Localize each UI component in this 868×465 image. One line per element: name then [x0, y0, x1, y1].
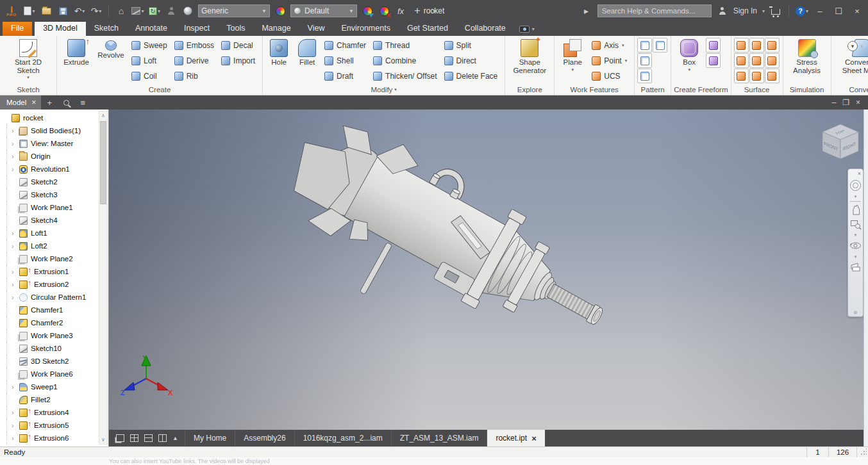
fillet-button[interactable]: Fillet [294, 38, 321, 67]
emboss-button[interactable]: Emboss [172, 38, 219, 53]
navbar-menu-icon[interactable]: ⊜ [854, 310, 858, 314]
scroll-down-icon[interactable]: ∨ [99, 436, 107, 444]
tile-horizontal-icon[interactable] [144, 434, 153, 442]
decal-button[interactable]: Decal [219, 38, 260, 53]
tree-item-rocket[interactable]: rocket [0, 111, 108, 124]
collapse-tabs-icon[interactable]: ▲ [172, 435, 178, 441]
expander-icon[interactable]: › [12, 422, 19, 429]
open-button[interactable] [40, 4, 53, 17]
box-button[interactable]: Box▾ [674, 38, 705, 72]
tree-item-work-plane1[interactable]: Work Plane1 [0, 201, 108, 214]
expander-icon[interactable]: › [12, 140, 19, 147]
home-button[interactable]: ⌂ [115, 4, 128, 17]
tree-item-extrusion6[interactable]: ›Extrusion6 [0, 432, 108, 445]
import-button[interactable]: Import [219, 53, 260, 69]
tree-item-work-plane3[interactable]: Work Plane3 [0, 329, 108, 342]
ucs-button[interactable]: UCS [589, 69, 631, 84]
doc-close-button[interactable]: × [856, 98, 860, 107]
tree-item-sketch10[interactable]: Sketch10 [0, 342, 108, 355]
viewport-3d[interactable]: TOP FRONT RIGHT × ▾ [109, 110, 868, 430]
expander-icon[interactable]: › [12, 294, 19, 301]
undo-button[interactable]: ↶▾ [73, 4, 86, 17]
tab-get-started[interactable]: Get Started [399, 22, 456, 36]
expander-icon[interactable]: › [12, 435, 19, 442]
tree-item-sketch2[interactable]: Sketch2 [0, 175, 108, 188]
scroll-thumb[interactable] [100, 121, 106, 204]
tree-item-fillet2[interactable]: Fillet2 [0, 393, 108, 406]
tree-item-loft2[interactable]: ›Loft2 [0, 240, 108, 252]
expander-icon[interactable]: › [12, 268, 19, 275]
chevron-down-icon[interactable]: ▾ [855, 254, 857, 259]
tree-item-solid-bodies-1[interactable]: ›Solid Bodies(1) [0, 124, 108, 137]
new-file-button[interactable]: ▾ [23, 4, 36, 17]
sign-in-caret-icon[interactable]: ▾ [762, 8, 765, 14]
tab-3d-model[interactable]: 3D Model [35, 22, 86, 36]
tree-item-loft1[interactable]: ›Loft1 [0, 227, 108, 240]
expander-icon[interactable]: › [12, 153, 19, 160]
expander-icon[interactable]: › [12, 384, 19, 391]
loft-button[interactable]: Loft [129, 53, 172, 69]
coil-button[interactable]: Coil [129, 69, 172, 84]
axis-button[interactable]: Axis▾ [589, 38, 631, 53]
look-at-icon[interactable] [849, 261, 862, 273]
revolve-button[interactable]: Revolve [94, 38, 128, 60]
expander-icon[interactable]: › [12, 281, 19, 288]
help-button[interactable]: ?▾ [796, 4, 808, 17]
tree-item-circular-pattern1[interactable]: ›Circular Pattern1 [0, 291, 108, 304]
tab-file[interactable]: File [3, 22, 32, 36]
direct-button[interactable]: Direct [442, 53, 503, 69]
parameters-button[interactable]: fx [394, 4, 407, 17]
rectangular-pattern-button[interactable] [637, 38, 652, 53]
pan-hand-icon[interactable] [849, 204, 862, 216]
panel-label-work-features[interactable]: Work Features [557, 84, 631, 95]
add-panel-button[interactable]: + [41, 95, 58, 110]
point-button[interactable]: Point▾ [589, 53, 631, 69]
browser-search-button[interactable] [58, 95, 74, 110]
navbar-close-icon[interactable]: × [858, 171, 861, 177]
tree-item-work-plane2[interactable]: Work Plane2 [0, 252, 108, 265]
scroll-up-icon[interactable]: ∧ [99, 111, 107, 120]
orbit-icon[interactable] [849, 240, 862, 252]
tree-item-chamfer2[interactable]: Chamfer2 [0, 316, 108, 329]
surface-trim-button[interactable] [734, 53, 749, 68]
surface-stitch-button[interactable] [734, 38, 749, 53]
surface-sculpt-button[interactable] [734, 69, 749, 83]
ribbon-collapse-button[interactable]: ▼▾ [847, 41, 863, 51]
sign-in-button[interactable]: Sign In [733, 6, 757, 15]
tab-inspect[interactable]: Inspect [176, 22, 218, 36]
tree-item-extrusion1[interactable]: ›Extrusion1 [0, 265, 108, 278]
maximize-button[interactable]: ☐ [831, 6, 846, 16]
derive-button[interactable]: Derive [172, 53, 219, 69]
browser-menu-button[interactable]: ≡ [74, 95, 91, 110]
chevron-down-icon[interactable]: ▾ [855, 194, 857, 199]
surface-replace-button[interactable] [749, 69, 764, 83]
panel-label-create-freeform[interactable]: Create Freeform [674, 84, 728, 95]
surface-patch-button[interactable] [749, 38, 764, 53]
navigation-wheel-icon[interactable] [849, 179, 862, 192]
doc-tab-rocket-ipt[interactable]: rocket.ipt× [487, 430, 544, 446]
sweep-button[interactable]: Sweep [129, 38, 172, 53]
freeform-convert-button[interactable] [706, 53, 721, 68]
tree-item-revolution1[interactable]: ›Revolution1 [0, 163, 108, 175]
surface-extend-button[interactable] [749, 53, 764, 68]
save-button[interactable] [56, 4, 69, 17]
browser-scrollbar[interactable]: ∧ ∨ [99, 111, 108, 445]
cascade-windows-icon[interactable] [116, 434, 124, 442]
doc-tab-1016kqzg-asm-2-iam[interactable]: 1016kqzg_asm_2...iam [294, 430, 391, 446]
surface-boundary-button[interactable] [765, 38, 780, 53]
panel-label-modify[interactable]: Modify▾ [265, 84, 502, 95]
expander-icon[interactable]: › [12, 230, 19, 237]
tab-view[interactable]: View [299, 22, 333, 36]
thread-button[interactable]: Thread [371, 38, 441, 53]
tree-item-extrusion5[interactable]: ›Extrusion5 [0, 419, 108, 432]
material-ball-button[interactable] [181, 4, 194, 17]
expander-icon[interactable]: › [12, 243, 19, 250]
start-2d-sketch-button[interactable]: Start 2D Sketch▾ [3, 38, 54, 80]
tile-windows-icon[interactable] [130, 434, 138, 442]
mirror-button[interactable] [653, 38, 667, 53]
resize-grip[interactable] [860, 448, 867, 456]
surface-ruled-button[interactable] [765, 53, 780, 68]
panel-label-create[interactable]: Create [60, 84, 260, 95]
doc-tab-zt-asm-13-asm-iam[interactable]: ZT_ASM_13_ASM.iam [391, 430, 487, 446]
tree-item-view-master[interactable]: ›View: Master [0, 137, 108, 150]
